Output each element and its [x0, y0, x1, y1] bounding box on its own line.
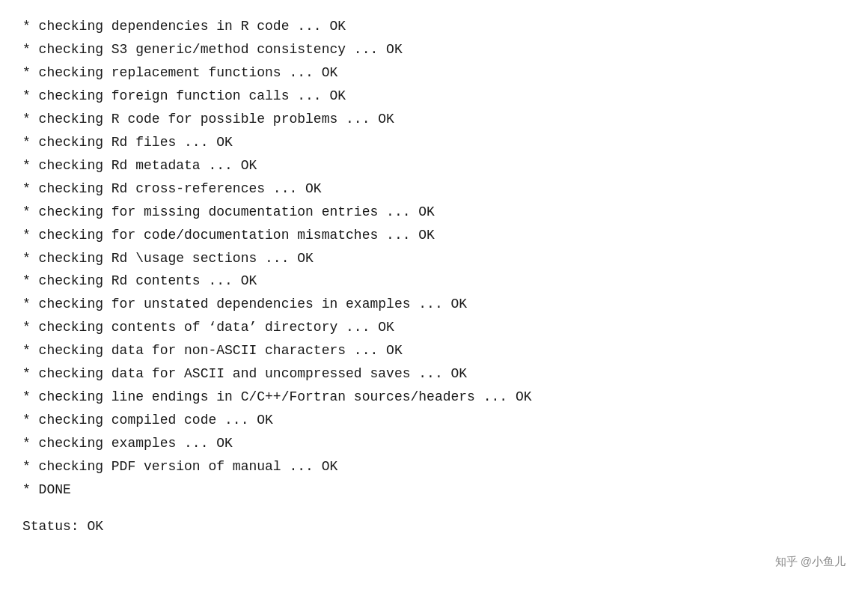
terminal-line: * checking data for non-ASCII characters… [22, 339, 846, 362]
terminal-output: * checking dependencies in R code ... OK… [22, 15, 846, 502]
status-line: Status: OK [22, 515, 846, 538]
terminal-line: * checking examples ... OK [22, 432, 846, 455]
terminal-line: * checking dependencies in R code ... OK [22, 15, 846, 38]
terminal-line: * checking for missing documentation ent… [22, 201, 846, 224]
terminal-line: * checking compiled code ... OK [22, 409, 846, 432]
terminal-line: * checking Rd files ... OK [22, 131, 846, 154]
terminal-line: * checking for unstated dependencies in … [22, 293, 846, 316]
terminal-line: * checking data for ASCII and uncompress… [22, 362, 846, 386]
terminal-line: * checking Rd metadata ... OK [22, 154, 846, 177]
terminal-line: * DONE [22, 478, 846, 502]
terminal-line: * checking for code/documentation mismat… [22, 224, 846, 247]
terminal-line: * checking S3 generic/method consistency… [22, 38, 846, 61]
watermark: 知乎 @小鱼儿 [775, 555, 846, 569]
terminal-line: * checking contents of ‘data’ directory … [22, 316, 846, 339]
terminal-container: * checking dependencies in R code ... OK… [0, 0, 868, 590]
terminal-line: * checking Rd cross-references ... OK [22, 177, 846, 201]
terminal-line: * checking foreign function calls ... OK [22, 85, 846, 108]
terminal-line: * checking R code for possible problems … [22, 108, 846, 131]
terminal-line: * checking replacement functions ... OK [22, 61, 846, 85]
terminal-line: * checking Rd \usage sections ... OK [22, 247, 846, 270]
terminal-line: * checking line endings in C/C++/Fortran… [22, 386, 846, 409]
terminal-line: * checking PDF version of manual ... OK [22, 455, 846, 478]
terminal-line: * checking Rd contents ... OK [22, 270, 846, 293]
